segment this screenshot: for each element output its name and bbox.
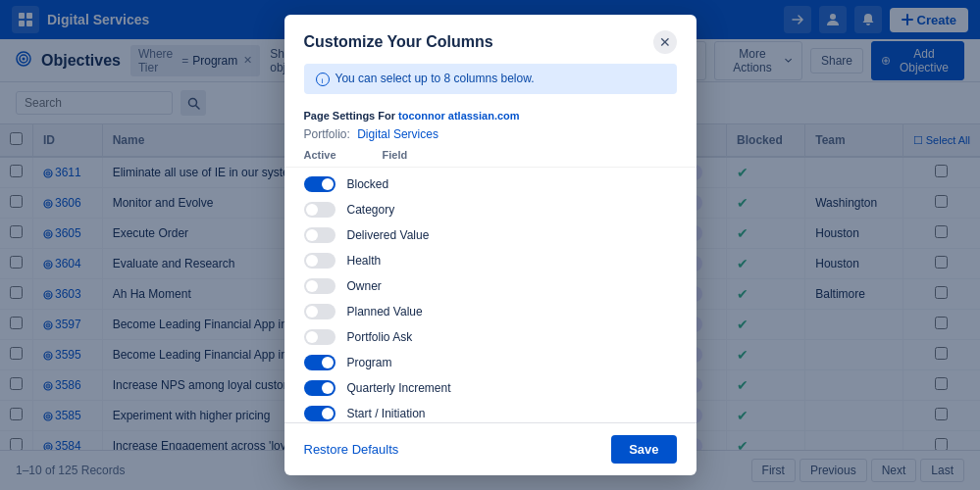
save-button[interactable]: Save <box>611 435 676 464</box>
field-toggle[interactable] <box>304 278 335 294</box>
modal-info-text: You can select up to 8 columns below. <box>335 72 535 85</box>
field-name: Health <box>347 254 382 268</box>
modal-close-button[interactable]: ✕ <box>653 30 677 54</box>
field-row: Category <box>284 197 696 222</box>
modal-footer: Restore Defaults Save <box>284 422 696 475</box>
field-name: Portfolio Ask <box>347 330 413 344</box>
page-settings-label: Page Settings For toconnor atlassian.com <box>304 110 520 122</box>
field-row: Planned Value <box>284 299 696 324</box>
restore-defaults-button[interactable]: Restore Defaults <box>304 442 399 457</box>
modal-overlay[interactable]: Customize Your Columns ✕ i You can selec… <box>0 0 980 490</box>
field-toggle[interactable] <box>304 380 335 396</box>
field-name: Blocked <box>347 177 389 191</box>
field-row: Start / Initiation <box>284 401 696 422</box>
field-row: Owner <box>284 273 696 299</box>
field-row: Delivered Value <box>284 222 696 248</box>
field-toggle[interactable] <box>304 355 335 370</box>
field-name: Quarterly Increment <box>347 381 451 395</box>
modal-fields-list: Blocked Category Delivered Value Health … <box>284 168 696 422</box>
field-row: Portfolio Ask <box>284 324 696 350</box>
field-name: Delivered Value <box>347 228 430 242</box>
field-toggle[interactable] <box>304 253 335 269</box>
modal-section-label: Page Settings For toconnor atlassian.com <box>284 104 696 125</box>
field-name: Start / Initiation <box>347 407 426 420</box>
field-toggle[interactable] <box>304 406 335 421</box>
field-col-label: Field <box>383 149 677 161</box>
field-row: Blocked <box>284 172 696 197</box>
field-row: Health <box>284 248 696 273</box>
field-name: Program <box>347 356 392 369</box>
field-toggle[interactable] <box>304 304 335 319</box>
field-name: Owner <box>347 279 382 293</box>
portfolio-label: Portfolio: <box>304 127 350 141</box>
field-row: Quarterly Increment <box>284 375 696 401</box>
field-name: Category <box>347 203 395 217</box>
field-toggle[interactable] <box>304 329 335 345</box>
modal-columns-header: Active Field <box>284 149 696 168</box>
modal-header: Customize Your Columns ✕ <box>284 15 696 64</box>
page-settings-value: toconnor atlassian.com <box>398 110 519 122</box>
active-col-label: Active <box>304 149 383 161</box>
modal-info-box: i You can select up to 8 columns below. <box>304 64 677 94</box>
field-toggle[interactable] <box>304 227 335 243</box>
svg-text:i: i <box>321 76 323 85</box>
field-toggle[interactable] <box>304 202 335 218</box>
field-row: Program <box>284 350 696 375</box>
modal-title: Customize Your Columns <box>304 33 493 51</box>
modal-breadcrumb: Portfolio: Digital Services <box>284 125 696 149</box>
customize-columns-modal: Customize Your Columns ✕ i You can selec… <box>284 15 696 475</box>
portfolio-value: Digital Services <box>357 127 438 141</box>
field-name: Planned Value <box>347 305 423 318</box>
field-toggle[interactable] <box>304 176 335 192</box>
